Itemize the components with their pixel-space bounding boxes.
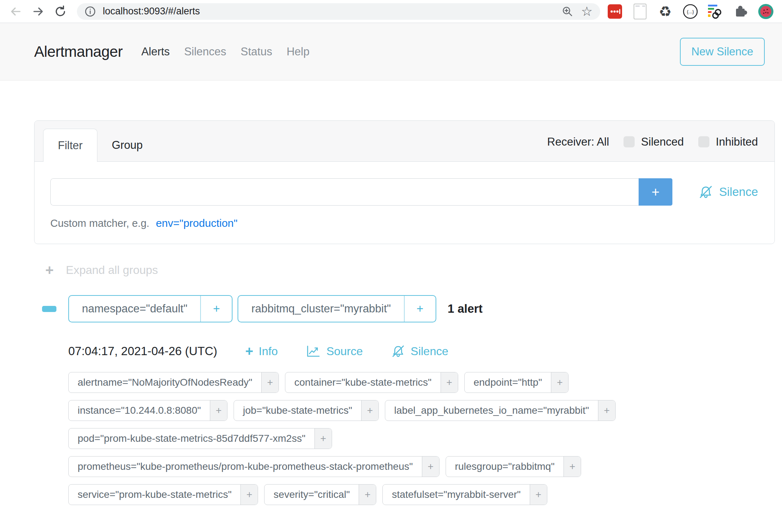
matcher-input[interactable]: [50, 178, 639, 206]
label-row: pod="prom-kube-state-metrics-85d7ddf577-…: [68, 428, 775, 449]
label-chip: endpoint="http" +: [464, 372, 569, 393]
group-matcher-chip: namespace="default" +: [68, 295, 233, 322]
label-chip: pod="prom-kube-state-metrics-85d7ddf577-…: [68, 428, 332, 449]
label-text: alertname="NoMajorityOfNodesReady": [69, 372, 261, 393]
bookmark-star-icon[interactable]: ☆: [580, 5, 594, 18]
add-filter-button[interactable]: +: [564, 457, 581, 477]
label-chip: job="kube-state-metrics" +: [234, 400, 379, 421]
label-chip: alertname="NoMajorityOfNodesReady" +: [68, 372, 279, 393]
silence-label: Silence: [411, 345, 448, 358]
label-text: label_app_kubernetes_io_name="myrabbit": [385, 400, 598, 421]
nav-silences[interactable]: Silences: [184, 45, 226, 58]
notes-extension-icon[interactable]: [632, 3, 648, 20]
label-row: service="prom-kube-state-metrics" + seve…: [68, 484, 775, 505]
url-text[interactable]: localhost:9093/#/alerts: [103, 6, 555, 17]
chart-line-icon: [306, 344, 321, 358]
receiver-label[interactable]: Receiver: All: [547, 136, 609, 148]
label-text: container="kube-state-metrics": [285, 372, 441, 393]
add-filter-button[interactable]: +: [405, 296, 436, 322]
app-header: Alertmanager Alerts Silences Status Help…: [0, 23, 782, 81]
alert-info-button[interactable]: + Info: [245, 344, 278, 358]
filter-options: Receiver: All Silenced Inhibited: [547, 129, 758, 161]
alert-header-row: 07:04:17, 2021-04-26 (UTC) + Info Source…: [68, 344, 775, 358]
matcher-example-link[interactable]: env="production": [156, 217, 238, 229]
plus-icon: +: [245, 344, 253, 358]
expand-all-groups-button[interactable]: + Expand all groups: [45, 263, 775, 277]
label-text: job="kube-state-metrics": [234, 400, 361, 421]
new-silence-button[interactable]: New Silence: [680, 38, 765, 66]
add-filter-button[interactable]: +: [314, 428, 332, 449]
add-filter-button[interactable]: +: [598, 400, 615, 421]
forward-icon[interactable]: [30, 4, 46, 19]
filter-panel-body: + Silence Custom matcher, e.g. env="prod…: [34, 162, 774, 244]
nav-alerts[interactable]: Alerts: [141, 45, 170, 58]
silenced-checkbox[interactable]: [624, 136, 635, 147]
silence-from-filter-link[interactable]: Silence: [698, 184, 758, 200]
label-chip: instance="10.244.0.8:8080" +: [68, 400, 227, 421]
label-chip: statefulset="myrabbit-server" +: [382, 484, 547, 505]
svg-text:{...}: {...}: [687, 9, 694, 14]
filter-panel: Filter Group Receiver: All Silenced Inhi…: [34, 120, 775, 244]
add-filter-button[interactable]: +: [551, 372, 568, 393]
label-row: prometheus="kube-prometheus/prom-kube-pr…: [68, 456, 775, 477]
add-filter-button[interactable]: +: [359, 485, 376, 505]
browser-chrome: localhost:9093/#/alerts ☆ ♻ {...}: [0, 0, 782, 23]
custom-matcher-hint: Custom matcher, e.g.: [50, 217, 150, 229]
filter-panel-tabs: Filter Group Receiver: All Silenced Inhi…: [34, 121, 774, 162]
app-brand: Alertmanager: [34, 43, 123, 60]
label-text: statefulset="myrabbit-server": [383, 485, 529, 505]
add-filter-button[interactable]: +: [240, 485, 258, 505]
label-text: endpoint="http": [465, 372, 551, 393]
label-text: prometheus="kube-prometheus/prom-kube-pr…: [69, 457, 422, 477]
profile-avatar[interactable]: [758, 3, 774, 20]
group-matcher-chip: rabbitmq_cluster="myrabbit" +: [238, 295, 436, 322]
browser-extensions-area: ♻ {...}: [607, 3, 774, 20]
zoom-in-icon[interactable]: [561, 5, 574, 18]
info-label: Info: [259, 345, 278, 358]
alert-group-row: namespace="default" + rabbitmq_cluster="…: [42, 295, 775, 322]
page-info-icon[interactable]: [83, 5, 97, 18]
main-content: Filter Group Receiver: All Silenced Inhi…: [0, 81, 782, 505]
tag-assistant-extension-icon[interactable]: [707, 3, 724, 20]
add-filter-button[interactable]: +: [261, 372, 279, 393]
tab-filter[interactable]: Filter: [43, 129, 97, 162]
alert-source-link[interactable]: Source: [306, 344, 363, 358]
label-text: instance="10.244.0.8:8080": [69, 400, 210, 421]
label-chip: rulesgroup="rabbitmq" +: [446, 456, 581, 477]
collapse-group-icon[interactable]: [42, 306, 56, 312]
label-text: rulesgroup="rabbitmq": [446, 457, 564, 477]
silenced-label: Silenced: [641, 136, 684, 148]
silenced-checkbox-wrap[interactable]: Silenced: [624, 136, 684, 148]
label-chip: service="prom-kube-state-metrics" +: [68, 484, 258, 505]
label-chip: severity="critical" +: [264, 484, 376, 505]
back-icon[interactable]: [8, 4, 24, 19]
group-matcher-text: namespace="default": [69, 296, 200, 322]
label-text: service="prom-kube-state-metrics": [69, 485, 240, 505]
expand-all-groups-label: Expand all groups: [66, 263, 158, 277]
json-viewer-extension-icon[interactable]: {...}: [682, 3, 699, 20]
alert-silence-button[interactable]: Silence: [391, 344, 448, 358]
add-filter-button[interactable]: +: [210, 400, 227, 421]
label-text: pod="prom-kube-state-metrics-85d7ddf577-…: [69, 428, 314, 449]
add-filter-button[interactable]: +: [201, 296, 232, 322]
add-filter-button[interactable]: +: [530, 485, 547, 505]
bell-slash-icon: [698, 184, 713, 200]
silence-link-label: Silence: [719, 185, 758, 199]
password-manager-extension-icon[interactable]: [607, 3, 623, 20]
label-chip: prometheus="kube-prometheus/prom-kube-pr…: [68, 456, 440, 477]
add-filter-button[interactable]: +: [441, 372, 458, 393]
url-bar[interactable]: localhost:9093/#/alerts ☆: [77, 3, 600, 20]
inhibited-checkbox[interactable]: [698, 136, 709, 147]
inhibited-checkbox-wrap[interactable]: Inhibited: [698, 136, 758, 148]
add-filter-button[interactable]: +: [361, 400, 378, 421]
plus-icon: +: [45, 263, 54, 277]
refresh-icon[interactable]: [52, 4, 68, 19]
extensions-puzzle-icon[interactable]: [732, 3, 749, 20]
bell-slash-icon: [391, 344, 405, 358]
nav-status[interactable]: Status: [241, 45, 272, 58]
add-matcher-button[interactable]: +: [639, 178, 672, 206]
add-filter-button[interactable]: +: [422, 457, 439, 477]
recycle-extension-icon[interactable]: ♻: [657, 3, 673, 20]
tab-group[interactable]: Group: [97, 129, 157, 161]
nav-help[interactable]: Help: [286, 45, 309, 58]
